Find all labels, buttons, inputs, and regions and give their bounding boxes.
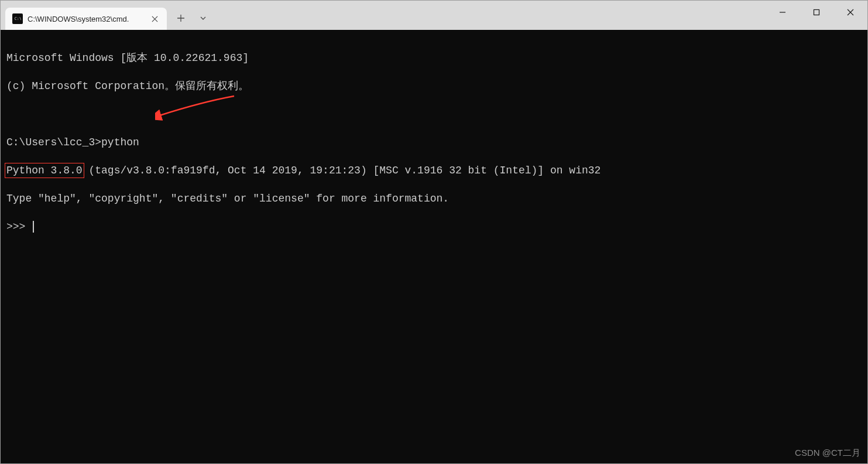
repl-prompt-line: >>>	[6, 220, 862, 234]
terminal-output[interactable]: Microsoft Windows [版本 10.0.22621.963] (c…	[1, 30, 867, 463]
window-controls	[766, 1, 867, 30]
terminal-line: Microsoft Windows [版本 10.0.22621.963]	[6, 51, 862, 65]
terminal-window: C:\ C:\WINDOWS\system32\cmd.	[0, 0, 868, 464]
tab-title: C:\WINDOWS\system32\cmd.	[28, 15, 145, 23]
terminal-line: (c) Microsoft Corporation。保留所有权利。	[6, 79, 862, 93]
close-button[interactable]	[833, 1, 867, 24]
tab-close-button[interactable]	[149, 13, 160, 24]
new-tab-button[interactable]	[170, 8, 191, 29]
cmd-icon: C:\	[12, 13, 23, 24]
titlebar: C:\ C:\WINDOWS\system32\cmd.	[1, 1, 867, 30]
terminal-prompt-line: C:\Users\lcc_3>python	[6, 135, 862, 149]
tab-cmd[interactable]: C:\ C:\WINDOWS\system32\cmd.	[5, 8, 167, 30]
cursor-icon	[33, 221, 34, 233]
python-version-highlight: Python 3.8.0	[5, 163, 84, 178]
python-version-line: Python 3.8.0 (tags/v3.8.0:fa919fd, Oct 1…	[6, 163, 862, 178]
python-version-rest: (tags/v3.8.0:fa919fd, Oct 14 2019, 19:21…	[83, 165, 601, 176]
python-help-line: Type "help", "copyright", "credits" or "…	[6, 192, 862, 206]
watermark: CSDN @CT二月	[795, 446, 860, 460]
minimize-button[interactable]	[766, 1, 800, 24]
prompt-prefix: C:\Users\lcc_3>	[6, 137, 101, 148]
tab-dropdown-button[interactable]	[193, 8, 214, 29]
repl-prompt: >>>	[6, 221, 32, 233]
tabs-area: C:\ C:\WINDOWS\system32\cmd.	[1, 1, 214, 30]
terminal-line	[6, 107, 862, 121]
svg-rect-1	[814, 10, 819, 15]
prompt-command: python	[101, 137, 139, 148]
maximize-button[interactable]	[800, 1, 833, 24]
svg-text:C:\: C:\	[15, 16, 21, 21]
